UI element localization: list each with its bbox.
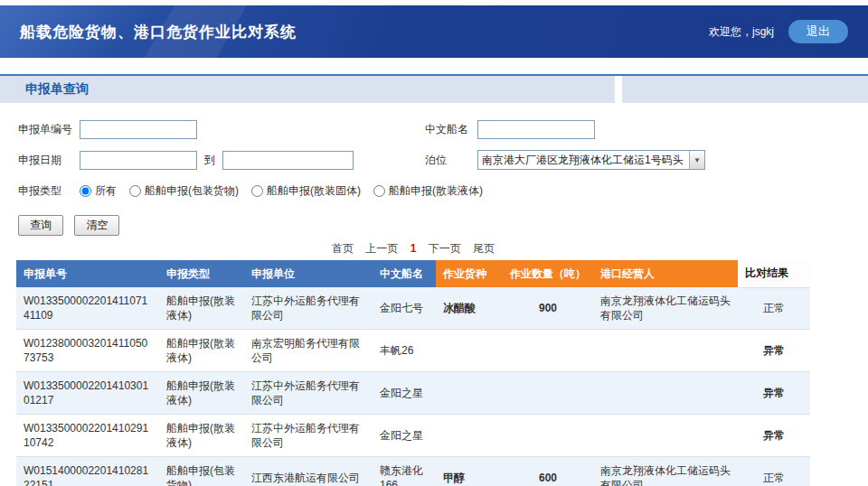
cell-declaration-no: W015140000220141028122151 [16, 457, 159, 486]
tab-left-segment: 申报单查询 [0, 76, 615, 103]
declaration-no-label: 申报单编号 [18, 122, 80, 137]
cell-quantity [503, 372, 593, 415]
berth-select[interactable]: 南京港大厂港区龙翔液体化工储运1号码头 ▼ [477, 150, 705, 170]
page-title: 申报单查询 [0, 81, 89, 98]
table-row: W013350000220141107141109 船舶申报(散装液体) 江苏中… [16, 287, 810, 330]
column-header-agent: 申报单位 [244, 260, 373, 287]
table-row: W013350000220141029110742 船舶申报(散装液体) 江苏中… [16, 415, 810, 457]
berth-label: 泊位 [425, 153, 477, 168]
first-page-link[interactable]: 首页 [332, 242, 354, 255]
radio-option-bulk-liquid[interactable]: 船舶申报(散装液体) [373, 183, 483, 199]
column-header-type: 申报类型 [159, 260, 244, 287]
cell-result: 异常 [738, 415, 810, 457]
query-button[interactable]: 查询 [18, 215, 63, 236]
radio-option-bulk-solid[interactable]: 船舶申报(散装固体) [251, 183, 361, 199]
cell-type: 船舶申报(散装液体) [159, 415, 244, 457]
clear-button[interactable]: 清空 [74, 215, 119, 236]
radio-bulk-solid[interactable] [251, 185, 263, 197]
column-header-quantity: 作业数量（吨） [503, 260, 593, 287]
date-to-label: 到 [204, 153, 215, 168]
cell-cargo: 冰醋酸 [436, 287, 503, 330]
table-row: W012380000320141105073753 船舶申报(散装液体) 南京宏… [16, 330, 810, 372]
radio-packaged[interactable] [129, 185, 141, 197]
radio-label-bulk-liquid: 船舶申报(散装液体) [389, 183, 483, 199]
cell-agent: 南京宏明船务代理有限公司 [244, 330, 373, 372]
cell-cargo [436, 415, 503, 457]
column-header-operator: 港口经营人 [593, 260, 738, 287]
cell-type: 船舶申报(散装液体) [159, 372, 244, 415]
date-from-input[interactable] [80, 151, 197, 170]
table-header-row: 申报单号 申报类型 申报单位 中文船名 作业货种 作业数量（吨） 港口经营人 比… [16, 260, 810, 287]
form-buttons: 查询 清空 [18, 215, 868, 236]
column-header-declaration-no: 申报单号 [16, 260, 159, 287]
date-to-input[interactable] [222, 151, 354, 170]
ship-name-label: 中文船名 [425, 122, 477, 137]
cell-declaration-no: W012380000320141105073753 [16, 330, 159, 372]
radio-option-all[interactable]: 所有 [80, 183, 117, 199]
cell-result: 异常 [738, 330, 810, 372]
cell-operator [593, 415, 738, 457]
column-header-ship-name: 中文船名 [373, 260, 436, 287]
type-label: 申报类型 [18, 183, 80, 199]
cell-agent: 江苏中外运船务代理有限公司 [244, 372, 373, 415]
cell-ship: 赣东港化166 [373, 457, 436, 486]
cell-operator [593, 372, 738, 415]
date-label: 申报日期 [18, 153, 80, 168]
last-page-link[interactable]: 尾页 [473, 242, 495, 255]
cell-cargo [436, 372, 503, 415]
form-row-2-right: 泊位 南京港大厂港区龙翔液体化工储运1号码头 ▼ [425, 148, 705, 172]
cell-result: 异常 [738, 372, 810, 415]
cell-cargo: 甲醇 [436, 457, 503, 486]
header-spacer [0, 58, 868, 74]
cell-quantity [503, 330, 593, 372]
radio-option-packaged[interactable]: 船舶申报(包装货物) [129, 183, 239, 199]
next-page-link[interactable]: 下一页 [429, 242, 461, 255]
tab-divider [615, 76, 622, 103]
cell-type: 船舶申报(散装液体) [159, 287, 244, 330]
pagination: 首页 上一页 1 下一页 尾页 [16, 241, 810, 257]
cell-cargo [436, 330, 503, 372]
app-title: 船载危险货物、港口危货作业比对系统 [20, 22, 297, 42]
cell-result: 正常 [738, 457, 810, 486]
cell-quantity: 600 [503, 457, 593, 486]
radio-all[interactable] [80, 185, 91, 197]
radio-label-bulk-solid: 船舶申报(散装固体) [267, 183, 361, 199]
cell-agent: 江苏中外运船务代理有限公司 [244, 415, 373, 457]
form-row-1-right: 中文船名 [425, 117, 595, 141]
tab-right-segment [622, 76, 868, 103]
current-page: 1 [410, 242, 417, 255]
column-header-result: 比对结果 [738, 260, 810, 287]
cell-ship: 金阳之星 [373, 372, 436, 415]
cell-type: 船舶申报(包装货物) [159, 457, 244, 486]
app-header: 船载危险货物、港口危货作业比对系统 欢迎您，jsgkj 退出 [0, 5, 868, 58]
cell-operator: 南京龙翔液体化工储运码头有限公司 [593, 287, 738, 330]
cell-result: 正常 [738, 287, 810, 330]
berth-select-value: 南京港大厂港区龙翔液体化工储运1号码头 [478, 153, 689, 168]
cell-quantity: 900 [503, 287, 593, 330]
form-row-3: 申报类型 所有 船舶申报(包装货物) 船舶申报(散装固体) 船舶申报(散装液体) [18, 179, 868, 202]
cell-agent: 江苏中外运船务代理有限公司 [244, 287, 373, 330]
query-form: 申报单编号 中文船名 申报日期 到 泊位 南京港大厂港区龙翔液体化工储运1号码头… [0, 103, 868, 236]
table-row: W015140000220141028122151 船舶申报(包装货物) 江西东… [16, 457, 810, 486]
column-header-cargo: 作业货种 [436, 260, 503, 287]
logout-button[interactable]: 退出 [788, 20, 848, 43]
form-row-1: 申报单编号 中文船名 [18, 117, 868, 141]
results-table: 申报单号 申报类型 申报单位 中文船名 作业货种 作业数量（吨） 港口经营人 比… [16, 260, 810, 486]
radio-label-packaged: 船舶申报(包装货物) [145, 183, 239, 199]
ship-name-input[interactable] [477, 120, 595, 139]
radio-bulk-liquid[interactable] [373, 185, 385, 197]
cell-declaration-no: W013350000220141029110742 [16, 415, 159, 457]
declaration-no-input[interactable] [80, 120, 197, 139]
cell-type: 船舶申报(散装液体) [159, 330, 244, 372]
table-row: W013350000220141030101217 船舶申报(散装液体) 江苏中… [16, 372, 810, 415]
prev-page-link[interactable]: 上一页 [365, 242, 398, 255]
cell-declaration-no: W013350000220141107141109 [16, 287, 159, 330]
cell-ship: 丰帆26 [373, 330, 436, 372]
cell-agent: 江西东港航运有限公司 [244, 457, 373, 486]
welcome-text: 欢迎您，jsgkj [709, 24, 774, 40]
cell-declaration-no: W013350000220141030101217 [16, 372, 159, 415]
radio-label-all: 所有 [95, 183, 117, 199]
dropdown-arrow-icon: ▼ [689, 151, 704, 169]
cell-quantity [503, 415, 593, 457]
cell-operator: 南京龙翔液体化工储运码头有限公司 [593, 457, 738, 486]
